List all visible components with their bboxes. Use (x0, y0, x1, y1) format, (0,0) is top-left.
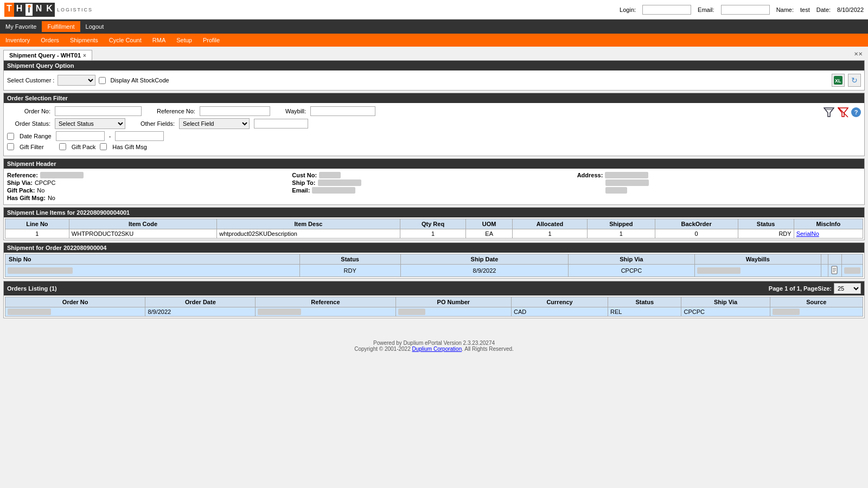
cell-sfo-ship-no (5, 265, 300, 277)
orders-listing-panel: Orders Listing (1) Page 1 of 1, PageSize… (3, 281, 865, 318)
reference-no-input[interactable] (200, 106, 270, 116)
nav-orders[interactable]: Orders (35, 35, 65, 45)
tab-close-icon[interactable]: × (83, 53, 86, 59)
nav-cycle-count[interactable]: Cycle Count (104, 35, 147, 45)
help-btn[interactable]: ? (851, 107, 861, 117)
col-backorder: BackOrder (655, 219, 738, 229)
order-status-label: Order Status: (7, 120, 50, 127)
page-size-select[interactable]: 25 50 100 (834, 283, 861, 294)
shipment-for-order-table: Ship No Status Ship Date Ship Via Waybil… (5, 254, 863, 277)
shipment-header-mid: Cust No: Ship To: Email: (292, 172, 576, 201)
col-status: Status (738, 219, 794, 229)
cell-backorder: 0 (655, 229, 738, 239)
has-gift-msg-checkbox[interactable] (100, 143, 107, 150)
cell-sfo-waybills (694, 265, 821, 277)
email-input[interactable] (721, 5, 770, 15)
cell-miscinfo[interactable]: SerialNo (794, 229, 863, 239)
shipment-for-order-row: RDY 8/9/2022 CPCPC (5, 265, 863, 277)
col-po-number: PO Number (395, 297, 511, 307)
footer-line2: Copyright © 2001-2022 Duplium Corporatio… (5, 346, 863, 352)
page-size-row: Page 1 of 1, PageSize: 25 50 100 (769, 283, 861, 294)
cell-item-desc: whtproduct02SKUDescription (217, 229, 400, 239)
cell-po-number (395, 307, 511, 317)
nav-logout[interactable]: Logout (80, 21, 110, 32)
order-filter-body: Order No: Reference No: Waybill: Order S… (4, 103, 864, 156)
filter-btn[interactable] (823, 106, 835, 118)
col-action1 (821, 254, 828, 265)
display-alt-stockcode-checkbox[interactable] (99, 77, 106, 84)
date-to-input[interactable] (115, 131, 164, 141)
orders-table: Order No Order Date Reference PO Number … (5, 297, 863, 317)
col-ship-no: Ship No (5, 254, 300, 265)
email-detail-label: Email: (292, 187, 310, 194)
gift-pack-label: Gift Pack (72, 144, 96, 150)
gift-pack-detail-label: Gift Pack: (7, 187, 35, 194)
col-source: Source (770, 297, 863, 307)
address-label: Address: (577, 172, 603, 178)
order-status-select[interactable]: Select Status Open Released Closed (55, 118, 125, 129)
email-detail-value (312, 187, 355, 194)
excel-export-btn[interactable]: XL (832, 74, 845, 87)
svg-marker-2 (824, 108, 834, 117)
waybill-label: Waybill: (285, 108, 306, 114)
order-filter-header: Order Selection Filter (4, 93, 864, 103)
has-gift-msg-detail-label: Has Gift Msg: (7, 195, 46, 201)
order-no-input[interactable] (55, 106, 142, 116)
toolbar-right: XL ↻ (832, 74, 861, 87)
nav-rma[interactable]: RMA (147, 35, 171, 45)
shipment-header-label: Shipment Header (7, 160, 56, 167)
col-action3 (842, 254, 863, 265)
other-fields-label: Other Fields: (141, 120, 175, 127)
login-input[interactable] (642, 5, 691, 15)
shipment-line-items-title: Shipment Line Items for 2022080900004001 (7, 209, 130, 216)
cell-uom: EA (466, 229, 512, 239)
nav-my-favorite[interactable]: My Favorite (0, 21, 42, 32)
cell-source (770, 307, 863, 317)
footer-line1: Powered by Duplium ePortal Version 2.3.2… (5, 340, 863, 346)
gift-filter-row: Gift Filter Gift Pack Has Gift Msg (7, 143, 818, 150)
shipment-line-items-body: Line No Item Code Item Desc Qty Req UOM … (4, 217, 864, 240)
top-header: T H i N K LOGISTICS Login: Email: Name: … (0, 0, 868, 20)
nav-inventory[interactable]: Inventory (0, 35, 35, 45)
date-range-checkbox[interactable] (7, 133, 14, 140)
svg-line-5 (838, 107, 848, 117)
cell-sfo-doc-btn[interactable] (828, 265, 842, 277)
nav-shipments[interactable]: Shipments (65, 35, 104, 45)
other-fields-select[interactable]: Select Field PO Number Reference (179, 118, 250, 129)
nav-fulfillment[interactable]: Fulfillment (42, 21, 80, 32)
date-from-input[interactable] (56, 131, 105, 141)
has-gift-msg-detail-value: No (48, 195, 55, 201)
footer-link[interactable]: Duplium Corporation (412, 346, 462, 352)
clear-filter-btn[interactable] (837, 106, 849, 118)
cell-order-no (5, 307, 145, 317)
logo-i: i (24, 3, 33, 17)
col-uom: UOM (466, 219, 512, 229)
nav-setup[interactable]: Setup (171, 35, 197, 45)
window-close-btn[interactable]: ✕✕ (854, 51, 863, 57)
tab-shipment-query[interactable]: Shipment Query - WHT01 × (3, 50, 92, 60)
gift-filter-checkbox[interactable] (7, 143, 14, 150)
col-line-no: Line No (5, 219, 69, 229)
other-fields-value-input[interactable] (254, 119, 308, 129)
footer: Powered by Duplium ePortal Version 2.3.2… (0, 335, 868, 357)
gift-pack-checkbox[interactable] (59, 143, 66, 150)
select-customer-dropdown[interactable] (58, 75, 95, 86)
col-currency: Currency (512, 297, 608, 307)
col-item-desc: Item Desc (217, 219, 400, 229)
logo-n: N (34, 3, 44, 17)
name-label: Name: (776, 7, 794, 13)
waybill-input[interactable] (310, 106, 375, 116)
email-label: Email: (698, 7, 714, 13)
cell-currency: CAD (512, 307, 608, 317)
ship-via-value: CPCPC (35, 179, 56, 186)
shipment-header-right: Address: (577, 172, 861, 201)
cell-item-code: WHTPRODUCT02SKU (69, 229, 216, 239)
refresh-btn[interactable]: ↻ (848, 74, 861, 87)
nav-bar-1: My Favorite Fulfillment Logout (0, 20, 868, 34)
shipment-header-body: Reference: Ship Via: CPCPC Gift Pack: No… (4, 169, 864, 204)
nav-profile[interactable]: Profile (197, 35, 225, 45)
order-no-label: Order No: (7, 108, 50, 114)
gift-pack-detail-value: No (37, 187, 44, 194)
address-line3 (605, 187, 627, 194)
shipment-for-order-body: Ship No Status Ship Date Ship Via Waybil… (4, 253, 864, 278)
